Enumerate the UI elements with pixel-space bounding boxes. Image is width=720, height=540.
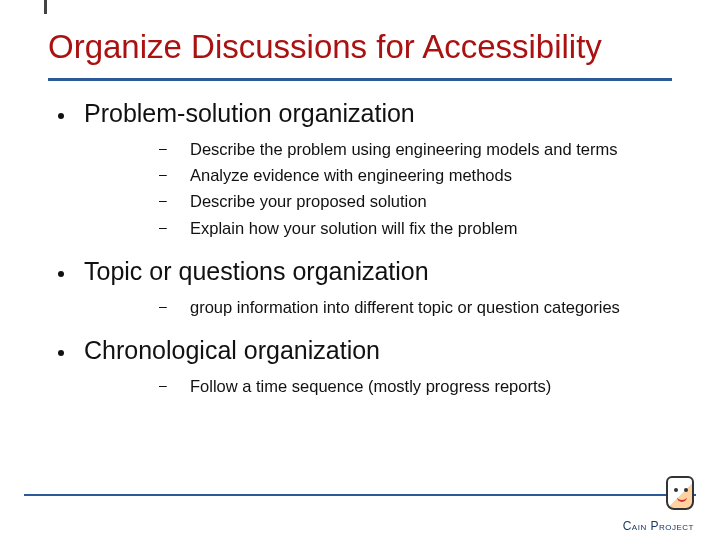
- sub-list: – Describe the problem using engineering…: [158, 138, 668, 239]
- sub-bullet-label: Explain how your solution will fix the p…: [190, 217, 517, 239]
- dash-icon: –: [158, 377, 168, 393]
- sub-list: – Follow a time sequence (mostly progres…: [158, 375, 668, 397]
- sub-bullet-label: Follow a time sequence (mostly progress …: [190, 375, 551, 397]
- sub-bullet-label: Describe your proposed solution: [190, 190, 427, 212]
- bullet-icon: [58, 113, 64, 119]
- bullet-item: Chronological organization: [58, 336, 668, 365]
- sub-bullet-item: – Follow a time sequence (mostly progres…: [158, 375, 668, 397]
- sub-bullet-item: – Describe your proposed solution: [158, 190, 668, 212]
- sub-bullet-item: – group information into different topic…: [158, 296, 668, 318]
- sub-bullet-item: – Describe the problem using engineering…: [158, 138, 668, 160]
- bullet-icon: [58, 350, 64, 356]
- title-region: Organize Discussions for Accessibility: [0, 0, 720, 81]
- bullet-item: Problem-solution organization: [58, 99, 668, 128]
- dash-icon: –: [158, 219, 168, 235]
- dash-icon: –: [158, 140, 168, 156]
- sub-bullet-label: Describe the problem using engineering m…: [190, 138, 617, 160]
- logo-face-icon: [666, 476, 694, 510]
- slide-title: Organize Discussions for Accessibility: [48, 28, 672, 66]
- logo: Cain Project: [574, 476, 694, 534]
- sub-bullet-item: – Explain how your solution will fix the…: [158, 217, 668, 239]
- content-region: Problem-solution organization – Describe…: [0, 81, 720, 398]
- dash-icon: –: [158, 192, 168, 208]
- sub-bullet-label: Analyze evidence with engineering method…: [190, 164, 512, 186]
- sub-bullet-item: – Analyze evidence with engineering meth…: [158, 164, 668, 186]
- bullet-label: Problem-solution organization: [84, 99, 415, 128]
- sub-bullet-label: group information into different topic o…: [190, 296, 620, 318]
- bullet-icon: [58, 271, 64, 277]
- bullet-item: Topic or questions organization: [58, 257, 668, 286]
- bullet-label: Chronological organization: [84, 336, 380, 365]
- slide: Organize Discussions for Accessibility P…: [0, 0, 720, 540]
- logo-text: Cain Project: [623, 519, 694, 533]
- dash-icon: –: [158, 298, 168, 314]
- bullet-label: Topic or questions organization: [84, 257, 429, 286]
- dash-icon: –: [158, 166, 168, 182]
- sub-list: – group information into different topic…: [158, 296, 668, 318]
- corner-mark: [44, 0, 47, 14]
